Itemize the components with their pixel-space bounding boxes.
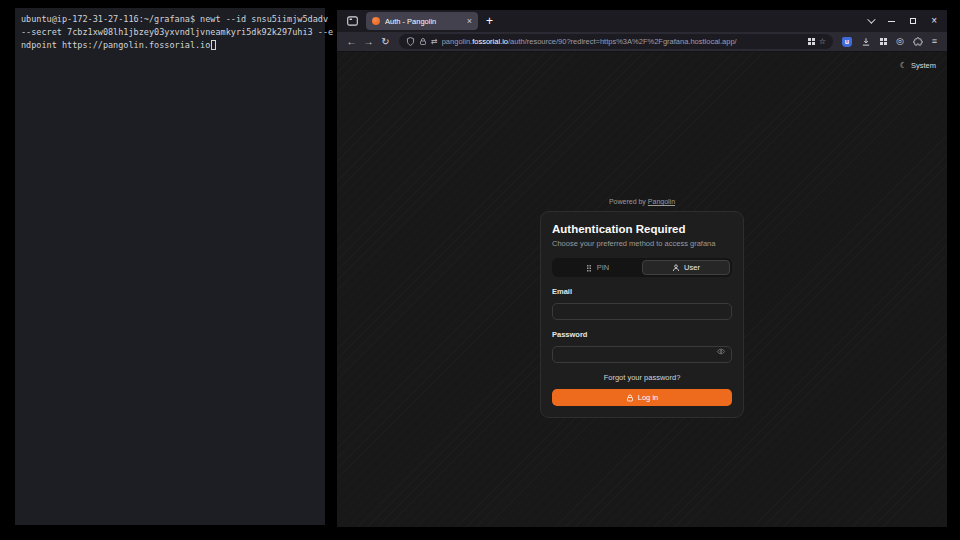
- window-close-button[interactable]: ×: [931, 16, 937, 26]
- user-person-icon: [672, 264, 680, 272]
- email-field-wrap: [552, 300, 732, 320]
- ublock-extension-icon[interactable]: u: [842, 37, 852, 47]
- firefox-view-icon: [347, 16, 358, 26]
- page-actions-grid-icon[interactable]: [808, 38, 815, 45]
- url-path: /auth/resource/90?redirect=https%3A%2F%2…: [508, 37, 737, 46]
- browser-tab-bar: Auth - Pangolin × + ×: [337, 10, 947, 32]
- extensions-puzzle-icon[interactable]: [913, 37, 923, 47]
- pangolin-favicon-icon: [372, 17, 380, 25]
- https-lock-icon[interactable]: [419, 37, 427, 46]
- pin-keypad-icon: [585, 264, 593, 272]
- downloads-icon[interactable]: [861, 37, 871, 47]
- login-lock-icon: [626, 394, 634, 402]
- new-tab-button[interactable]: +: [483, 14, 496, 28]
- minimize-button[interactable]: [888, 21, 895, 22]
- forward-button[interactable]: →: [360, 37, 377, 47]
- tab-title: Auth - Pangolin: [385, 17, 462, 26]
- url-subdomain: pangolin.: [442, 37, 472, 46]
- powered-by-text: Powered by: [609, 198, 646, 205]
- terminal-line-text: ndpoint https://pangolin.fossorial.io: [21, 40, 210, 50]
- theme-toggle-label: System: [911, 61, 936, 70]
- terminal-line: ndpoint https://pangolin.fossorial.io: [21, 39, 319, 52]
- window-controls: ×: [888, 16, 937, 26]
- show-password-button[interactable]: [716, 347, 726, 356]
- tab-auth-pangolin[interactable]: Auth - Pangolin ×: [366, 12, 478, 30]
- password-field-wrap: [552, 343, 732, 363]
- url-text: pangolin.fossorial.io/auth/resource/90?r…: [442, 37, 804, 46]
- theme-toggle-button[interactable]: ☾ System: [900, 61, 936, 70]
- back-button[interactable]: ←: [343, 37, 360, 47]
- auth-card: Authentication Required Choose your pref…: [540, 211, 744, 418]
- bookmark-star-icon[interactable]: ☆: [819, 38, 826, 46]
- tab-pin-label: PIN: [597, 263, 610, 272]
- login-button-label: Log in: [638, 393, 658, 402]
- menu-hamburger-icon[interactable]: ≡: [932, 37, 937, 46]
- grid-extension-icon[interactable]: [880, 38, 887, 45]
- tab-close-icon[interactable]: ×: [467, 17, 472, 26]
- tab-user[interactable]: User: [642, 260, 730, 275]
- auth-card-title: Authentication Required: [552, 223, 732, 235]
- url-bar[interactable]: ⇄ pangolin.fossorial.io/auth/resource/90…: [399, 34, 833, 49]
- circle-extension-icon[interactable]: ◎: [896, 37, 904, 46]
- firefox-view-button[interactable]: [343, 14, 361, 29]
- browser-nav-bar: ← → ↻ ⇄ pangolin.fossorial.io/auth/resou…: [337, 32, 947, 52]
- terminal-cursor: [211, 40, 216, 50]
- terminal-line: ubuntu@ip-172-31-27-116:~/grafana$ newt …: [21, 13, 319, 26]
- password-input[interactable]: [552, 346, 732, 363]
- permissions-swap-icon[interactable]: ⇄: [431, 38, 438, 46]
- url-domain: fossorial.io: [472, 37, 508, 46]
- tab-user-label: User: [684, 263, 700, 272]
- list-all-tabs-chevron-icon[interactable]: [867, 15, 875, 23]
- pangolin-link[interactable]: Pangolin: [648, 198, 675, 205]
- maximize-button[interactable]: [910, 18, 916, 24]
- toolbar-extension-icons: u ◎ ≡: [842, 37, 937, 47]
- auth-method-tabs: PIN User: [552, 258, 732, 277]
- terminal-window[interactable]: ubuntu@ip-172-31-27-116:~/grafana$ newt …: [15, 8, 325, 525]
- auth-section: Powered by Pangolin Authentication Requi…: [540, 198, 744, 418]
- login-button[interactable]: Log in: [552, 389, 732, 406]
- reload-button[interactable]: ↻: [377, 37, 394, 47]
- powered-by: Powered by Pangolin: [540, 198, 744, 205]
- terminal-line: --secret 7cbz1xw08lh1jbzey03yxvndljvneam…: [21, 26, 319, 39]
- moon-icon: ☾: [900, 61, 907, 70]
- page-content: ☾ System Powered by Pangolin Authenticat…: [337, 52, 947, 527]
- auth-card-subtitle: Choose your preferred method to access g…: [552, 239, 732, 248]
- tracking-protection-shield-icon[interactable]: [406, 37, 415, 46]
- tab-pin[interactable]: PIN: [554, 260, 640, 275]
- forgot-password-link[interactable]: Forgot your password?: [552, 373, 732, 382]
- browser-window: Auth - Pangolin × + × ← → ↻ ⇄ pangolin.f…: [337, 10, 947, 527]
- password-label: Password: [552, 330, 732, 339]
- email-label: Email: [552, 287, 732, 296]
- email-input[interactable]: [552, 303, 732, 320]
- eye-icon: [716, 347, 726, 356]
